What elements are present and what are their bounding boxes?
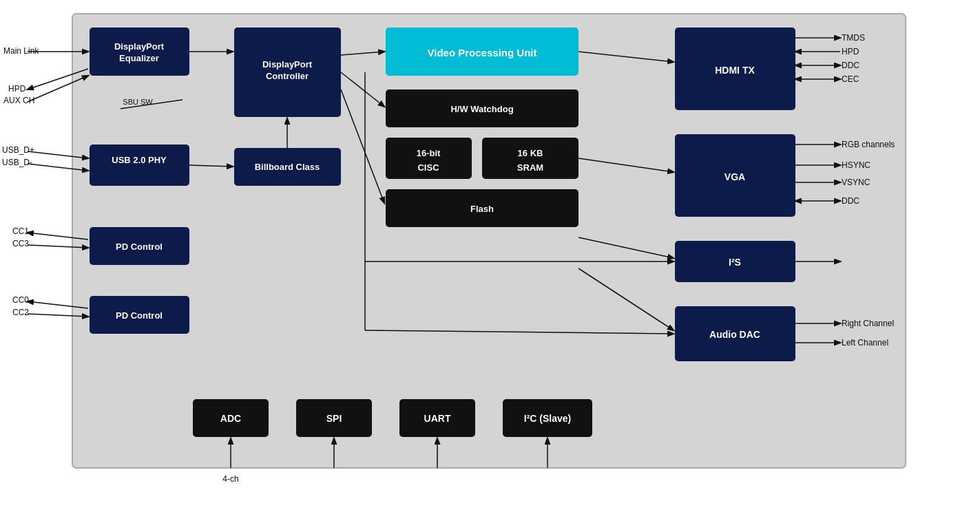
adc-label: ADC (220, 413, 241, 424)
aux-ch-label: AUX CH (3, 96, 34, 105)
vpu-label: Video Processing Unit (428, 47, 537, 58)
vsync-label: VSYNC (842, 178, 870, 187)
hw-watchdog-label: H/W Watchdog (450, 104, 513, 114)
usb-phy-block (90, 145, 189, 186)
flash-label: Flash (470, 204, 494, 214)
spi-label: SPI (326, 413, 342, 424)
i2s-label: I²S (729, 257, 741, 268)
cc3-label: CC3 (12, 239, 29, 248)
rgb-label: RGB channels (842, 140, 895, 149)
uart-label: UART (424, 413, 451, 424)
usb-phy-label: USB 2.0 PHY (112, 155, 167, 165)
dp-controller-label2: Controller (266, 71, 309, 81)
audio-dac-label: Audio DAC (709, 329, 760, 340)
cec-label: CEC (842, 74, 859, 84)
cisc-label: 16-bit (417, 148, 441, 158)
dp-equalizer-label: DisplayPort (114, 41, 165, 52)
right-channel-label: Right Channel (842, 319, 894, 328)
vga-label: VGA (724, 171, 745, 182)
left-channel-label: Left Channel (842, 338, 888, 348)
hsync-label: HSYNC (842, 160, 870, 170)
cc0-label: CC0 (12, 295, 29, 305)
i2c-label: I²C (Slave) (524, 413, 571, 424)
hpd-right-label: HPD (842, 47, 859, 56)
diagram-container: DisplayPort Equalizer DisplayPort Contro… (0, 0, 980, 523)
cisc-label2: CISC (417, 162, 439, 173)
ddc-hdmi-label: DDC (842, 61, 859, 70)
adc-4ch-label: 4-ch (222, 474, 238, 484)
sram-label: 16 KB (518, 148, 543, 158)
dp-equalizer-block (90, 28, 189, 76)
ddc-vga-label: DDC (842, 196, 859, 206)
sram-label2: SRAM (517, 162, 543, 173)
tmds-label: TMDS (842, 33, 865, 43)
cc2-label: CC2 (12, 308, 29, 317)
pd-control-2-label: PD Control (116, 310, 163, 321)
main-link-label: Main Link (3, 46, 39, 56)
dp-equalizer-label2: Equalizer (119, 53, 159, 63)
sram-block (482, 138, 578, 179)
usb-d-plus-label: USB_D+ (2, 145, 34, 155)
hpd-left-label: HPD (8, 84, 26, 94)
cisc-block (386, 138, 472, 179)
dp-controller-label: DisplayPort (262, 59, 313, 70)
block-diagram-svg: DisplayPort Equalizer DisplayPort Contro… (0, 0, 980, 523)
pd-control-1-label: PD Control (116, 242, 163, 252)
billboard-label: Billboard Class (255, 162, 320, 172)
hdmi-tx-label: HDMI TX (715, 65, 755, 76)
cc1-label: CC1 (12, 226, 29, 236)
usb-d-minus-label: USB_D- (2, 158, 32, 167)
